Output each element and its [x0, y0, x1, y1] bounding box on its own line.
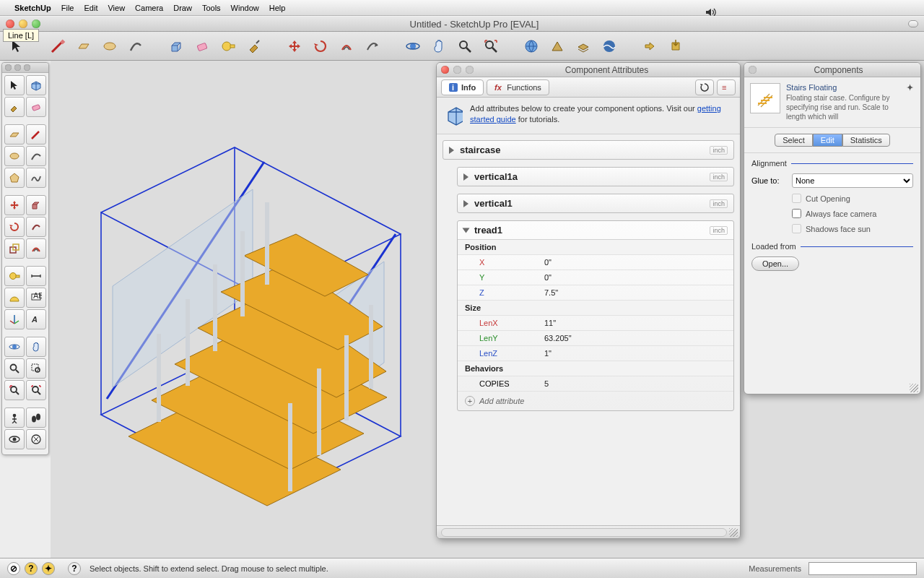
key-x[interactable]: X	[458, 255, 537, 270]
zoom-tool[interactable]	[4, 358, 25, 379]
protractor-tool[interactable]	[4, 288, 25, 308]
resize-grip[interactable]	[910, 384, 918, 392]
menu-camera[interactable]: Camera	[135, 4, 163, 12]
zoom-window-tool[interactable]	[26, 358, 46, 379]
pan-tool-icon[interactable]	[429, 36, 449, 56]
refresh-button[interactable]	[695, 79, 714, 95]
zoom-extents-tool-icon[interactable]	[481, 36, 501, 56]
attr-zoom-button[interactable]	[466, 66, 474, 74]
export-icon[interactable]	[640, 36, 660, 56]
pushpull-tool-icon[interactable]	[166, 36, 186, 56]
glue-select[interactable]: None	[792, 173, 913, 188]
followme-tool[interactable]	[26, 217, 46, 237]
paint-tool-icon[interactable]	[244, 36, 264, 56]
val-x[interactable]: 0"	[537, 255, 733, 270]
dimension-tool[interactable]	[26, 266, 46, 286]
tape-tool[interactable]	[4, 266, 25, 286]
component-tool[interactable]	[26, 75, 46, 95]
tape-tool-icon[interactable]	[218, 36, 238, 56]
cut-opening-check[interactable]: Cut Opening	[751, 194, 913, 203]
tab-statistics[interactable]: Statistics	[842, 134, 890, 147]
3dtext-tool[interactable]: A	[26, 309, 46, 329]
attr-row-vertical1[interactable]: vertical1inch	[457, 194, 734, 213]
disclosure-icon[interactable]	[449, 147, 454, 154]
circle-tool-icon[interactable]	[100, 36, 120, 56]
offset-tool[interactable]	[26, 238, 46, 259]
circle-tool[interactable]	[4, 146, 25, 166]
volume-icon[interactable]	[705, 8, 917, 17]
comp-close-button[interactable]	[749, 66, 757, 74]
menu-draw[interactable]: Draw	[173, 4, 192, 12]
walk-tool[interactable]	[26, 407, 46, 428]
tab-functions[interactable]: fx Functions	[487, 79, 549, 95]
window-zoom-button[interactable]	[32, 20, 40, 28]
rectangle-tool-icon[interactable]	[74, 36, 94, 56]
tab-info[interactable]: i Info	[441, 79, 484, 95]
measurements-input[interactable]	[808, 562, 917, 575]
share-model-icon[interactable]	[547, 36, 567, 56]
key-z[interactable]: Z	[458, 285, 537, 301]
rotate-tool-icon[interactable]	[310, 36, 331, 56]
scale-tool[interactable]	[4, 238, 25, 259]
val-copies[interactable]: 5	[537, 376, 733, 392]
claim-icon[interactable]: ✦	[42, 562, 55, 575]
text-tool[interactable]: ABC	[26, 288, 46, 308]
arc-tool[interactable]	[26, 146, 46, 166]
component-thumb[interactable]	[750, 83, 780, 113]
line-tool[interactable]	[26, 124, 46, 144]
geo-icon[interactable]: ⊘	[7, 562, 20, 575]
add-attribute[interactable]: +Add attribute	[458, 392, 733, 410]
menu-view[interactable]: View	[108, 4, 125, 12]
disclosure-icon[interactable]	[463, 173, 468, 181]
menu-edit[interactable]: Edit	[84, 4, 97, 12]
val-leny[interactable]: 63.205"	[537, 331, 733, 346]
open-button[interactable]: Open...	[751, 256, 799, 271]
key-y[interactable]: Y	[458, 270, 537, 285]
followme-tool-icon[interactable]	[362, 36, 383, 56]
attr-list[interactable]: staircaseinch vertical1ainch vertical1in…	[437, 134, 740, 526]
menu-tools[interactable]: Tools	[202, 4, 221, 12]
arc-tool-icon[interactable]	[126, 36, 146, 56]
freehand-tool[interactable]	[26, 168, 46, 188]
key-copies[interactable]: COPIES	[458, 376, 537, 392]
val-z[interactable]: 7.5"	[537, 285, 733, 301]
key-lenx[interactable]: LenX	[458, 316, 537, 331]
toolbar-pill-button[interactable]	[908, 20, 918, 27]
get-models-icon[interactable]	[521, 36, 541, 56]
attr-panel-header[interactable]: Component Attributes	[437, 63, 740, 77]
disclosure-icon[interactable]	[463, 228, 470, 233]
window-close-button[interactable]	[6, 20, 14, 28]
section-tool[interactable]	[26, 429, 46, 449]
eraser-tool[interactable]	[26, 97, 46, 117]
tab-select[interactable]: Select	[775, 134, 813, 147]
polygon-tool[interactable]	[4, 168, 25, 188]
google-earth-icon[interactable]	[599, 36, 619, 56]
axes-tool[interactable]	[4, 309, 25, 329]
line-tool-icon[interactable]	[48, 36, 68, 56]
move-tool-icon[interactable]	[284, 36, 305, 56]
attr-row-tread1[interactable]: tread1inch Position X0" Y0" Z7.5" Size L…	[457, 220, 734, 411]
menu-help[interactable]: Help	[269, 4, 286, 12]
toggle-formula-button[interactable]: ≡	[717, 79, 736, 95]
orbit-tool[interactable]	[4, 337, 25, 357]
val-y[interactable]: 0"	[537, 270, 733, 285]
key-leny[interactable]: LenY	[458, 331, 537, 346]
zoom-extents-tool[interactable]	[26, 380, 46, 400]
move-tool[interactable]	[4, 195, 25, 215]
disclosure-icon[interactable]	[463, 200, 468, 207]
window-minimize-button[interactable]	[19, 20, 27, 28]
zoom-tool-icon[interactable]	[455, 36, 475, 56]
attr-row-staircase[interactable]: staircaseinch	[443, 140, 734, 160]
previous-view-tool[interactable]	[4, 380, 25, 400]
pan-tool[interactable]	[26, 337, 46, 357]
val-lenz[interactable]: 1"	[537, 346, 733, 361]
orbit-tool-icon[interactable]	[403, 36, 423, 56]
attr-row-vertical1a[interactable]: vertical1ainch	[457, 167, 734, 186]
eraser-tool-icon[interactable]	[192, 36, 212, 56]
help-icon[interactable]: ?	[68, 562, 81, 575]
scrollbar-horizontal[interactable]	[441, 528, 727, 537]
look-around-tool[interactable]	[4, 429, 25, 449]
face-camera-check[interactable]: Always face camera	[751, 209, 913, 218]
tool-palette-header[interactable]	[2, 63, 48, 73]
attr-min-button[interactable]	[453, 66, 461, 74]
